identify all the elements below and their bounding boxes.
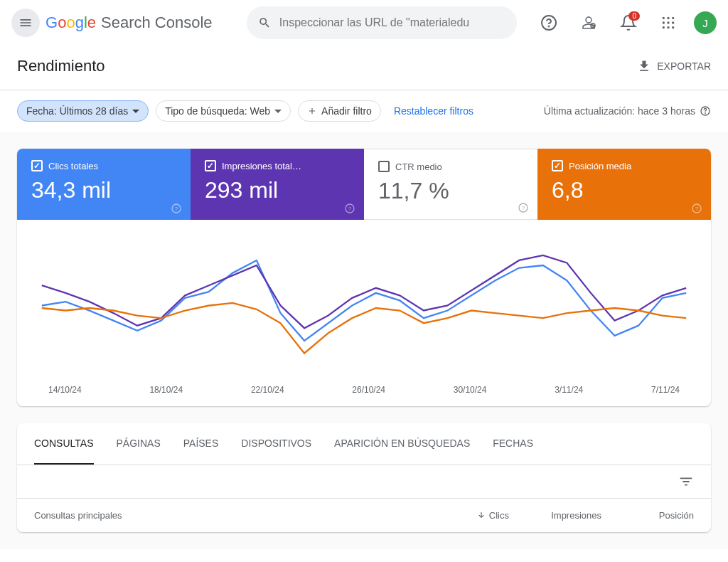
- th-queries: Consultas principales: [34, 510, 417, 521]
- tabs: CONSULTASPÁGINASPAÍSESDISPOSITIVOSAPARIC…: [17, 423, 711, 465]
- apps-button[interactable]: [654, 9, 682, 37]
- checkbox-icon: [205, 160, 216, 171]
- reset-filters-link[interactable]: Restablecer filtros: [394, 105, 473, 117]
- notification-badge: 0: [628, 11, 640, 21]
- metric-clicks[interactable]: Clics totales 34,3 mil ?: [17, 149, 191, 220]
- help-icon[interactable]: [700, 105, 711, 117]
- metric-position[interactable]: Posición media 6,8 ?: [537, 149, 711, 220]
- table-header-row: Consultas principales Clics Impresiones …: [17, 498, 711, 532]
- logo[interactable]: Google Search Console: [46, 14, 213, 32]
- metrics-row: Clics totales 34,3 mil ? Impresiones tot…: [17, 149, 711, 220]
- svg-point-9: [672, 21, 674, 23]
- tab-fechas[interactable]: FECHAS: [493, 423, 533, 465]
- title-row: Rendimiento EXPORTAR: [0, 46, 728, 90]
- app-header: Google Search Console 0 J: [0, 0, 728, 46]
- help-icon[interactable]: ?: [518, 202, 529, 213]
- search-icon: [258, 16, 271, 30]
- checkbox-icon: [552, 160, 563, 171]
- content-area: Clics totales 34,3 mil ? Impresiones tot…: [0, 132, 728, 549]
- th-impressions[interactable]: Impresiones: [509, 510, 601, 521]
- x-axis-label: 18/10/24: [149, 385, 183, 395]
- avatar[interactable]: J: [694, 11, 717, 34]
- x-axis-label: 30/10/24: [454, 385, 487, 395]
- svg-point-5: [667, 17, 669, 19]
- people-icon: [580, 14, 597, 31]
- last-update-text: Última actualización: hace 3 horas: [544, 105, 711, 117]
- x-axis-label: 14/10/24: [48, 385, 82, 395]
- svg-point-7: [663, 21, 665, 23]
- export-button[interactable]: EXPORTAR: [637, 59, 711, 73]
- arrow-down-icon: [476, 511, 486, 521]
- help-icon[interactable]: ?: [691, 203, 702, 214]
- line-chart: [34, 237, 694, 379]
- download-icon: [637, 59, 651, 73]
- th-clicks[interactable]: Clics: [417, 510, 509, 521]
- tab-páginas[interactable]: PÁGINAS: [117, 423, 161, 465]
- tab-países[interactable]: PAÍSES: [183, 423, 219, 465]
- x-axis-label: 26/10/24: [352, 385, 385, 395]
- svg-point-4: [663, 17, 665, 19]
- help-icon[interactable]: ?: [171, 203, 182, 214]
- add-filter-chip[interactable]: Añadir filtro: [298, 100, 381, 122]
- svg-point-2: [549, 26, 550, 27]
- tab-consultas[interactable]: CONSULTAS: [34, 423, 94, 465]
- google-logo-icon: Google: [46, 14, 98, 31]
- svg-point-11: [667, 26, 669, 28]
- plus-icon: [307, 106, 317, 116]
- filter-bar: Fecha: Últimos 28 días Tipo de búsqueda:…: [0, 90, 728, 132]
- date-filter-chip[interactable]: Fecha: Últimos 28 días: [17, 100, 149, 122]
- svg-point-6: [672, 17, 674, 19]
- svg-text:Google: Google: [46, 14, 96, 31]
- checkbox-icon: [31, 160, 43, 171]
- x-axis-label: 3/11/24: [555, 385, 583, 395]
- chart-area: 14/10/2418/10/2422/10/2426/10/2430/10/24…: [17, 220, 711, 406]
- metric-ctr[interactable]: CTR medio 11,7 % ?: [364, 149, 537, 220]
- svg-point-10: [663, 26, 665, 28]
- help-icon[interactable]: ?: [344, 203, 355, 214]
- url-inspect-search[interactable]: [247, 6, 517, 39]
- product-name: Search Console: [101, 14, 213, 32]
- x-axis-label: 22/10/24: [251, 385, 284, 395]
- filter-icon[interactable]: [678, 474, 694, 489]
- search-input[interactable]: [279, 16, 505, 29]
- chip-label: Tipo de búsqueda: Web: [165, 105, 270, 117]
- page-title: Rendimiento: [17, 57, 105, 75]
- chip-label: Fecha: Últimos 28 días: [26, 105, 128, 117]
- chevron-down-icon: [132, 110, 139, 113]
- chevron-down-icon: [274, 110, 282, 113]
- table-toolbar: [17, 465, 711, 498]
- svg-text:?: ?: [695, 206, 699, 212]
- help-icon: [540, 14, 557, 31]
- notifications-button[interactable]: 0: [614, 9, 643, 37]
- svg-text:?: ?: [175, 206, 178, 212]
- search-type-chip[interactable]: Tipo de búsqueda: Web: [156, 100, 291, 122]
- svg-point-14: [705, 113, 706, 114]
- svg-point-12: [672, 26, 674, 28]
- export-label: EXPORTAR: [657, 60, 711, 72]
- menu-icon: [18, 16, 33, 30]
- header-actions: 0 J: [535, 9, 717, 37]
- svg-text:?: ?: [348, 206, 352, 212]
- apps-icon: [661, 16, 675, 30]
- details-card: CONSULTASPÁGINASPAÍSESDISPOSITIVOSAPARIC…: [17, 423, 711, 532]
- checkbox-icon: [378, 161, 390, 172]
- chip-label: Añadir filtro: [321, 105, 372, 117]
- tab-aparición-en-búsquedas[interactable]: APARICIÓN EN BÚSQUEDAS: [334, 423, 470, 465]
- svg-text:?: ?: [522, 205, 525, 211]
- metric-impressions[interactable]: Impresiones total… 293 mil ?: [191, 149, 364, 220]
- svg-point-8: [667, 21, 669, 23]
- users-button[interactable]: [574, 9, 603, 37]
- chart-x-axis: 14/10/2418/10/2422/10/2426/10/2430/10/24…: [34, 385, 694, 395]
- menu-button[interactable]: [11, 9, 40, 37]
- help-button[interactable]: [535, 9, 563, 37]
- x-axis-label: 7/11/24: [651, 385, 680, 395]
- performance-card: Clics totales 34,3 mil ? Impresiones tot…: [17, 149, 711, 406]
- th-position[interactable]: Posición: [601, 510, 694, 521]
- tab-dispositivos[interactable]: DISPOSITIVOS: [241, 423, 311, 465]
